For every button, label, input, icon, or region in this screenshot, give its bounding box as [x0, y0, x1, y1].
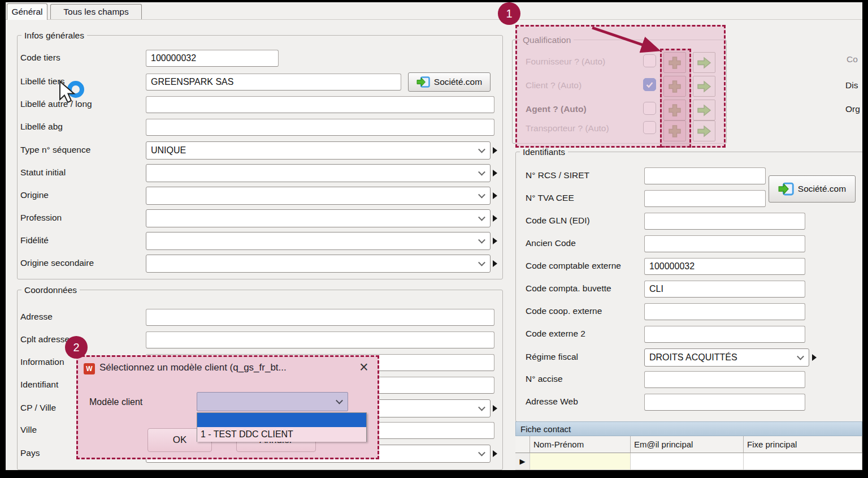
- societe-com-label: Société.com: [434, 77, 482, 87]
- dialog-close-icon[interactable]: ×: [353, 357, 375, 377]
- combo-expand-triangle-icon[interactable]: [493, 147, 497, 154]
- code-comptable-externe-value: 100000032: [649, 261, 695, 272]
- societe-com-button-2[interactable]: Société.com: [769, 175, 856, 203]
- fournisseur-goto-button[interactable]: [693, 52, 715, 73]
- adresse-input[interactable]: [146, 309, 494, 326]
- code-tiers-value: 100000032: [151, 53, 196, 63]
- cp-ville-label: CP / Ville: [20, 403, 56, 413]
- client-label: Client ? (Auto): [526, 80, 581, 91]
- fournisseur-add-button[interactable]: [663, 52, 686, 73]
- code-compta-buvette-input[interactable]: CLI: [644, 281, 805, 298]
- libelle-tiers-input[interactable]: GREENSPARK SAS: [146, 74, 401, 91]
- green-arrow-icon: [697, 104, 711, 117]
- table-cell-nom-prenom[interactable]: [530, 453, 631, 470]
- societe-com-button[interactable]: Société.com: [408, 72, 491, 92]
- table-col-fixe[interactable]: Fixe principal: [744, 436, 862, 453]
- tva-cee-input[interactable]: [644, 190, 766, 207]
- fidelite-combo[interactable]: [146, 232, 491, 250]
- identifiant-label: Identifiant: [20, 380, 58, 390]
- tab-general[interactable]: Général: [7, 3, 47, 20]
- combo-expand-triangle-icon[interactable]: [493, 450, 497, 457]
- transporteur-add-button[interactable]: [663, 120, 686, 141]
- adresse-web-label: Adresse Web: [526, 397, 578, 407]
- select-client-model-dialog: W Sélectionnez un modèle client (q_gs_fr…: [76, 355, 379, 459]
- table-col-nom-prenom[interactable]: Nom-Prénom: [530, 436, 631, 453]
- transporteur-label: Transporteur ? (Auto): [526, 123, 609, 134]
- code-coop-externe-input[interactable]: [644, 303, 805, 320]
- table-cell-fixe[interactable]: [744, 453, 862, 470]
- code-comptable-externe-input[interactable]: 100000032: [644, 258, 805, 275]
- green-arrow-icon: [697, 57, 711, 69]
- combo-expand-triangle-icon[interactable]: [812, 354, 817, 361]
- libelle-abg-input[interactable]: [146, 119, 494, 136]
- code-tiers-label: Code tiers: [20, 53, 60, 63]
- tab-tous-les-champs[interactable]: Tous les champs: [50, 4, 142, 19]
- code-compta-buvette-label: Code compta. buvette: [526, 283, 611, 294]
- fournisseur-checkbox[interactable]: [643, 54, 656, 67]
- agent-goto-button[interactable]: [693, 100, 715, 120]
- agent-label: Agent ? (Auto): [526, 104, 587, 114]
- type-sequence-value: UNIQUE: [151, 145, 186, 156]
- dropdown-item-empty[interactable]: [197, 413, 366, 427]
- code-externe-2-label: Code externe 2: [526, 329, 585, 339]
- regime-fiscal-combo[interactable]: DROITS ACQUITTÉS: [644, 348, 809, 367]
- profession-combo[interactable]: [146, 209, 491, 227]
- agent-add-button[interactable]: [663, 100, 686, 120]
- code-tiers-input[interactable]: 100000032: [146, 50, 279, 67]
- regime-fiscal-label: Régime fiscal: [526, 352, 578, 362]
- step-badge-2: 2: [65, 336, 88, 359]
- information-label: Information: [20, 357, 64, 367]
- statut-initial-combo[interactable]: [146, 164, 491, 182]
- combo-expand-triangle-icon[interactable]: [493, 238, 497, 244]
- ancien-code-label: Ancien Code: [526, 238, 576, 248]
- chevron-down-icon: [478, 169, 485, 176]
- step-badge-1: 1: [498, 2, 520, 25]
- chevron-down-icon: [478, 146, 485, 153]
- coordonnees-title: Coordonnées: [21, 285, 80, 295]
- modele-client-combo[interactable]: [197, 392, 348, 411]
- combo-expand-triangle-icon[interactable]: [493, 192, 497, 199]
- profession-label: Profession: [20, 213, 62, 223]
- client-checkbox[interactable]: [643, 78, 656, 91]
- code-gln-label: Code GLN (EDI): [526, 216, 590, 226]
- adresse-web-input[interactable]: [644, 394, 805, 411]
- fiche-contact-title: Fiche contact: [520, 424, 571, 434]
- transporteur-checkbox[interactable]: [643, 121, 656, 134]
- combo-expand-triangle-icon[interactable]: [493, 215, 497, 222]
- cplt-adresse-input[interactable]: [146, 331, 494, 348]
- libelle-autre-input[interactable]: [146, 96, 494, 113]
- table-row-selector[interactable]: ▶: [515, 453, 530, 470]
- plus-icon: [667, 124, 682, 139]
- agent-checkbox[interactable]: [643, 102, 656, 115]
- right-clipped-label-code: Co: [847, 54, 858, 64]
- code-externe-2-input[interactable]: [644, 326, 805, 343]
- origine-secondaire-combo[interactable]: [146, 255, 491, 273]
- origine-label: Origine: [20, 190, 49, 200]
- adresse-label: Adresse: [20, 312, 53, 322]
- tabstrip-baseline: [6, 19, 862, 20]
- code-compta-buvette-value: CLI: [649, 284, 663, 294]
- n-accise-input[interactable]: [644, 371, 805, 388]
- combo-expand-triangle-icon[interactable]: [493, 405, 497, 412]
- statut-initial-label: Statut initial: [20, 167, 66, 178]
- origine-combo[interactable]: [146, 187, 491, 205]
- client-goto-button[interactable]: [693, 76, 715, 97]
- rcs-siret-input[interactable]: [644, 167, 766, 184]
- transporteur-goto-button[interactable]: [693, 120, 715, 141]
- dropdown-item-test-ddc-client[interactable]: 1 - TEST DDC CLIENT: [197, 427, 366, 442]
- fournisseur-label: Fournisseur ? (Auto): [526, 57, 605, 67]
- code-comptable-externe-label: Code comptable externe: [526, 261, 621, 271]
- ancien-code-input[interactable]: [644, 235, 805, 252]
- type-sequence-combo[interactable]: UNIQUE: [146, 141, 491, 160]
- tab-general-label: Général: [11, 7, 42, 17]
- combo-expand-triangle-icon[interactable]: [493, 170, 497, 176]
- code-gln-input[interactable]: [644, 213, 805, 230]
- table-cell-email[interactable]: [631, 453, 744, 470]
- combo-expand-triangle-icon[interactable]: [493, 260, 497, 267]
- table-col-email[interactable]: Em@il principal: [631, 436, 744, 453]
- client-add-button[interactable]: [663, 76, 686, 97]
- libelle-autre-label: Libellé autre / long: [20, 99, 92, 109]
- ok-label: OK: [173, 434, 187, 446]
- plus-icon: [667, 79, 682, 94]
- col-label: Em@il principal: [634, 440, 693, 449]
